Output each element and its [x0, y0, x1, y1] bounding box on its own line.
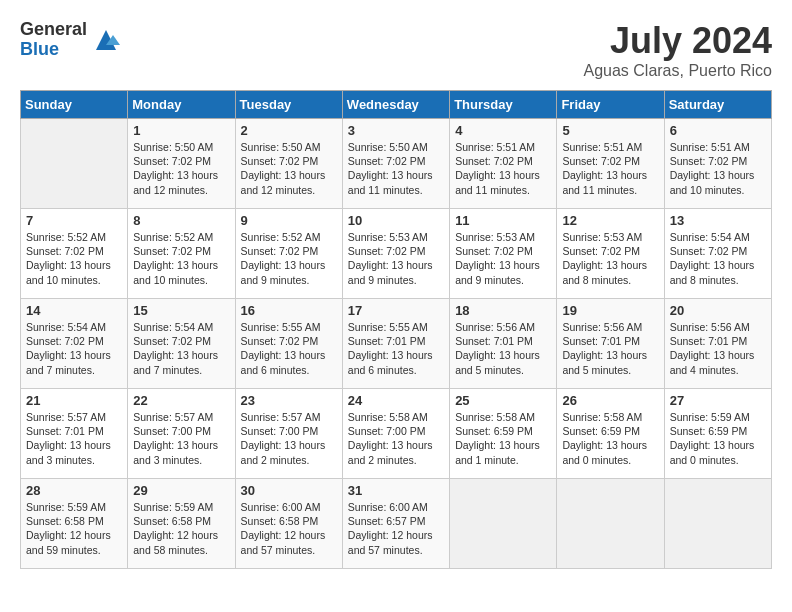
cell-info: Sunrise: 5:50 AM Sunset: 7:02 PM Dayligh…	[241, 140, 337, 197]
day-number: 7	[26, 213, 122, 228]
week-row-1: 1Sunrise: 5:50 AM Sunset: 7:02 PM Daylig…	[21, 119, 772, 209]
cell-info: Sunrise: 5:58 AM Sunset: 6:59 PM Dayligh…	[562, 410, 658, 467]
day-number: 28	[26, 483, 122, 498]
day-number: 12	[562, 213, 658, 228]
day-number: 13	[670, 213, 766, 228]
calendar-cell: 10Sunrise: 5:53 AM Sunset: 7:02 PM Dayli…	[342, 209, 449, 299]
cell-info: Sunrise: 5:52 AM Sunset: 7:02 PM Dayligh…	[241, 230, 337, 287]
week-row-4: 21Sunrise: 5:57 AM Sunset: 7:01 PM Dayli…	[21, 389, 772, 479]
day-number: 23	[241, 393, 337, 408]
calendar-cell: 3Sunrise: 5:50 AM Sunset: 7:02 PM Daylig…	[342, 119, 449, 209]
cell-info: Sunrise: 5:59 AM Sunset: 6:59 PM Dayligh…	[670, 410, 766, 467]
cell-info: Sunrise: 5:56 AM Sunset: 7:01 PM Dayligh…	[455, 320, 551, 377]
day-number: 6	[670, 123, 766, 138]
day-number: 18	[455, 303, 551, 318]
calendar-cell	[557, 479, 664, 569]
calendar-cell: 7Sunrise: 5:52 AM Sunset: 7:02 PM Daylig…	[21, 209, 128, 299]
cell-info: Sunrise: 6:00 AM Sunset: 6:57 PM Dayligh…	[348, 500, 444, 557]
calendar-cell: 18Sunrise: 5:56 AM Sunset: 7:01 PM Dayli…	[450, 299, 557, 389]
cell-info: Sunrise: 5:51 AM Sunset: 7:02 PM Dayligh…	[455, 140, 551, 197]
header-tuesday: Tuesday	[235, 91, 342, 119]
day-number: 29	[133, 483, 229, 498]
title-section: July 2024 Aguas Claras, Puerto Rico	[583, 20, 772, 80]
logo-icon	[91, 25, 121, 55]
header-sunday: Sunday	[21, 91, 128, 119]
day-number: 24	[348, 393, 444, 408]
day-number: 9	[241, 213, 337, 228]
calendar-cell: 14Sunrise: 5:54 AM Sunset: 7:02 PM Dayli…	[21, 299, 128, 389]
day-number: 10	[348, 213, 444, 228]
logo: General Blue	[20, 20, 121, 60]
header-row: SundayMondayTuesdayWednesdayThursdayFrid…	[21, 91, 772, 119]
calendar-cell: 9Sunrise: 5:52 AM Sunset: 7:02 PM Daylig…	[235, 209, 342, 299]
day-number: 30	[241, 483, 337, 498]
calendar-cell: 15Sunrise: 5:54 AM Sunset: 7:02 PM Dayli…	[128, 299, 235, 389]
logo-text: General Blue	[20, 20, 87, 60]
header-thursday: Thursday	[450, 91, 557, 119]
cell-info: Sunrise: 5:52 AM Sunset: 7:02 PM Dayligh…	[26, 230, 122, 287]
calendar-cell: 24Sunrise: 5:58 AM Sunset: 7:00 PM Dayli…	[342, 389, 449, 479]
calendar-cell: 1Sunrise: 5:50 AM Sunset: 7:02 PM Daylig…	[128, 119, 235, 209]
week-row-5: 28Sunrise: 5:59 AM Sunset: 6:58 PM Dayli…	[21, 479, 772, 569]
header-wednesday: Wednesday	[342, 91, 449, 119]
location: Aguas Claras, Puerto Rico	[583, 62, 772, 80]
calendar-cell: 28Sunrise: 5:59 AM Sunset: 6:58 PM Dayli…	[21, 479, 128, 569]
day-number: 31	[348, 483, 444, 498]
calendar-cell: 13Sunrise: 5:54 AM Sunset: 7:02 PM Dayli…	[664, 209, 771, 299]
cell-info: Sunrise: 5:50 AM Sunset: 7:02 PM Dayligh…	[348, 140, 444, 197]
cell-info: Sunrise: 5:56 AM Sunset: 7:01 PM Dayligh…	[562, 320, 658, 377]
day-number: 16	[241, 303, 337, 318]
cell-info: Sunrise: 5:50 AM Sunset: 7:02 PM Dayligh…	[133, 140, 229, 197]
calendar-cell: 31Sunrise: 6:00 AM Sunset: 6:57 PM Dayli…	[342, 479, 449, 569]
day-number: 5	[562, 123, 658, 138]
calendar-header: SundayMondayTuesdayWednesdayThursdayFrid…	[21, 91, 772, 119]
day-number: 20	[670, 303, 766, 318]
calendar-cell: 25Sunrise: 5:58 AM Sunset: 6:59 PM Dayli…	[450, 389, 557, 479]
calendar-cell: 19Sunrise: 5:56 AM Sunset: 7:01 PM Dayli…	[557, 299, 664, 389]
calendar-body: 1Sunrise: 5:50 AM Sunset: 7:02 PM Daylig…	[21, 119, 772, 569]
day-number: 11	[455, 213, 551, 228]
cell-info: Sunrise: 5:58 AM Sunset: 6:59 PM Dayligh…	[455, 410, 551, 467]
page-header: General Blue July 2024 Aguas Claras, Pue…	[20, 20, 772, 80]
calendar-cell: 2Sunrise: 5:50 AM Sunset: 7:02 PM Daylig…	[235, 119, 342, 209]
cell-info: Sunrise: 5:52 AM Sunset: 7:02 PM Dayligh…	[133, 230, 229, 287]
cell-info: Sunrise: 5:59 AM Sunset: 6:58 PM Dayligh…	[26, 500, 122, 557]
day-number: 14	[26, 303, 122, 318]
calendar-cell: 21Sunrise: 5:57 AM Sunset: 7:01 PM Dayli…	[21, 389, 128, 479]
day-number: 3	[348, 123, 444, 138]
day-number: 21	[26, 393, 122, 408]
day-number: 1	[133, 123, 229, 138]
cell-info: Sunrise: 5:56 AM Sunset: 7:01 PM Dayligh…	[670, 320, 766, 377]
cell-info: Sunrise: 6:00 AM Sunset: 6:58 PM Dayligh…	[241, 500, 337, 557]
calendar-cell	[21, 119, 128, 209]
cell-info: Sunrise: 5:55 AM Sunset: 7:01 PM Dayligh…	[348, 320, 444, 377]
cell-info: Sunrise: 5:55 AM Sunset: 7:02 PM Dayligh…	[241, 320, 337, 377]
day-number: 26	[562, 393, 658, 408]
cell-info: Sunrise: 5:58 AM Sunset: 7:00 PM Dayligh…	[348, 410, 444, 467]
cell-info: Sunrise: 5:51 AM Sunset: 7:02 PM Dayligh…	[562, 140, 658, 197]
cell-info: Sunrise: 5:57 AM Sunset: 7:00 PM Dayligh…	[241, 410, 337, 467]
cell-info: Sunrise: 5:51 AM Sunset: 7:02 PM Dayligh…	[670, 140, 766, 197]
day-number: 15	[133, 303, 229, 318]
day-number: 22	[133, 393, 229, 408]
calendar-cell: 4Sunrise: 5:51 AM Sunset: 7:02 PM Daylig…	[450, 119, 557, 209]
logo-general: General	[20, 20, 87, 40]
day-number: 19	[562, 303, 658, 318]
calendar-cell: 12Sunrise: 5:53 AM Sunset: 7:02 PM Dayli…	[557, 209, 664, 299]
calendar-cell: 23Sunrise: 5:57 AM Sunset: 7:00 PM Dayli…	[235, 389, 342, 479]
logo-blue: Blue	[20, 40, 87, 60]
calendar-cell: 16Sunrise: 5:55 AM Sunset: 7:02 PM Dayli…	[235, 299, 342, 389]
calendar-cell: 22Sunrise: 5:57 AM Sunset: 7:00 PM Dayli…	[128, 389, 235, 479]
day-number: 17	[348, 303, 444, 318]
calendar-cell: 11Sunrise: 5:53 AM Sunset: 7:02 PM Dayli…	[450, 209, 557, 299]
week-row-3: 14Sunrise: 5:54 AM Sunset: 7:02 PM Dayli…	[21, 299, 772, 389]
cell-info: Sunrise: 5:53 AM Sunset: 7:02 PM Dayligh…	[348, 230, 444, 287]
cell-info: Sunrise: 5:54 AM Sunset: 7:02 PM Dayligh…	[133, 320, 229, 377]
calendar-cell: 6Sunrise: 5:51 AM Sunset: 7:02 PM Daylig…	[664, 119, 771, 209]
calendar-cell	[664, 479, 771, 569]
calendar-table: SundayMondayTuesdayWednesdayThursdayFrid…	[20, 90, 772, 569]
calendar-cell: 17Sunrise: 5:55 AM Sunset: 7:01 PM Dayli…	[342, 299, 449, 389]
calendar-cell: 30Sunrise: 6:00 AM Sunset: 6:58 PM Dayli…	[235, 479, 342, 569]
calendar-cell: 5Sunrise: 5:51 AM Sunset: 7:02 PM Daylig…	[557, 119, 664, 209]
calendar-cell: 8Sunrise: 5:52 AM Sunset: 7:02 PM Daylig…	[128, 209, 235, 299]
